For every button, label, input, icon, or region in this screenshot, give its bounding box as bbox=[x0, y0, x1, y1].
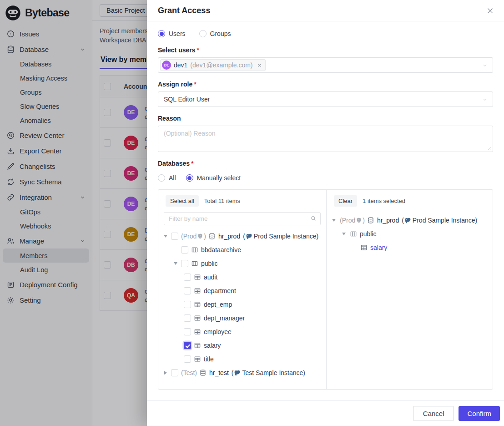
caret-down-icon[interactable] bbox=[162, 235, 169, 238]
caret-down-icon[interactable] bbox=[172, 262, 179, 265]
table-icon bbox=[194, 301, 201, 308]
node-checkbox[interactable] bbox=[171, 369, 178, 376]
node-checkbox[interactable] bbox=[184, 355, 191, 363]
chevron-down-icon bbox=[482, 63, 488, 68]
modal-footer: Cancel Confirm bbox=[147, 401, 504, 426]
tree-node-schema[interactable]: bbdataarchive bbox=[158, 243, 326, 257]
node-checkbox[interactable] bbox=[184, 301, 191, 308]
search-icon bbox=[310, 215, 317, 222]
tree-node-table-selected[interactable]: salary bbox=[327, 241, 493, 254]
node-checkbox[interactable] bbox=[184, 287, 191, 294]
selected-tree: (Prod ) hr_prod ( Prod Sample Instance ) bbox=[327, 211, 493, 254]
select-users-label: Select users* bbox=[158, 46, 493, 54]
avatar: DE bbox=[162, 61, 171, 70]
node-checkbox[interactable] bbox=[171, 233, 178, 240]
tree-node-table[interactable]: audit bbox=[158, 270, 326, 284]
postgresql-icon bbox=[246, 233, 252, 240]
grant-access-modal: Grant Access Users Groups Select users* … bbox=[147, 0, 504, 426]
database-icon bbox=[367, 217, 374, 224]
clear-button[interactable]: Clear bbox=[334, 195, 357, 207]
select-all-button[interactable]: Select all bbox=[166, 195, 199, 207]
resize-handle[interactable] bbox=[487, 146, 492, 151]
tree-node-database[interactable]: (Prod ) hr_prod ( Prod Sample Instance ) bbox=[327, 213, 493, 227]
table-icon bbox=[194, 328, 201, 335]
tree-node-table[interactable]: department bbox=[158, 284, 326, 298]
databases-label: Databases* bbox=[158, 160, 493, 167]
reason-textarea[interactable] bbox=[158, 126, 493, 152]
tree-node-table[interactable]: dept_manager bbox=[158, 311, 326, 325]
table-icon bbox=[194, 342, 201, 349]
selected-user-chip: DE dev1 (dev1@example.com) bbox=[160, 59, 266, 71]
assign-role-value: SQL Editor User bbox=[164, 96, 210, 103]
tree-node-table-selected[interactable]: salary bbox=[158, 339, 326, 352]
radio-all[interactable]: All bbox=[158, 174, 176, 182]
source-tree: (Prod ) hr_prod ( Prod Sample Instance ) bbox=[158, 225, 326, 380]
database-icon bbox=[199, 369, 207, 376]
postgresql-icon bbox=[234, 370, 241, 376]
filter-input[interactable] bbox=[164, 212, 321, 225]
reason-field-container bbox=[158, 126, 493, 152]
caret-right-icon[interactable] bbox=[162, 371, 169, 375]
modal-title: Grant Access bbox=[158, 6, 210, 15]
table-icon bbox=[194, 274, 201, 281]
radio-groups[interactable]: Groups bbox=[199, 30, 231, 37]
table-icon bbox=[194, 355, 201, 363]
select-users-input[interactable]: DE dev1 (dev1@example.com) bbox=[158, 57, 493, 73]
database-transfer-panel: Select all Total 11 items (Prod bbox=[158, 189, 493, 390]
tree-node-table[interactable]: employee bbox=[158, 325, 326, 339]
node-checkbox[interactable] bbox=[184, 314, 191, 322]
chevron-down-icon bbox=[482, 97, 488, 102]
table-icon bbox=[194, 287, 201, 294]
member-type-radio-group: Users Groups bbox=[158, 29, 493, 39]
source-panel: Select all Total 11 items (Prod bbox=[158, 190, 326, 389]
caret-down-icon[interactable] bbox=[340, 233, 348, 235]
confirm-button[interactable]: Confirm bbox=[459, 406, 500, 421]
table-icon bbox=[194, 314, 201, 322]
database-icon bbox=[208, 233, 216, 240]
schema-icon bbox=[191, 246, 198, 254]
cancel-button[interactable]: Cancel bbox=[413, 406, 454, 421]
tree-node-schema[interactable]: public bbox=[327, 227, 493, 241]
radio-users[interactable]: Users bbox=[158, 30, 186, 37]
total-items-label: Total 11 items bbox=[204, 198, 240, 204]
selected-panel: Clear 1 items selected (Prod ) hr_prod ( bbox=[326, 190, 493, 389]
node-checkbox[interactable] bbox=[181, 246, 188, 254]
node-checkbox[interactable] bbox=[184, 328, 191, 335]
remove-user-icon[interactable] bbox=[257, 63, 262, 68]
radio-all-control[interactable] bbox=[158, 174, 165, 182]
tree-node-table[interactable]: dept_emp bbox=[158, 298, 326, 311]
tree-node-schema[interactable]: public bbox=[158, 257, 326, 270]
radio-groups-control[interactable] bbox=[199, 30, 207, 37]
reason-label: Reason bbox=[158, 115, 493, 122]
environment-shield-icon bbox=[197, 233, 203, 239]
assign-role-select[interactable]: SQL Editor User bbox=[158, 91, 493, 107]
radio-manually-select[interactable]: Manually select bbox=[186, 174, 241, 182]
tree-node-table[interactable]: title bbox=[158, 352, 326, 366]
node-checkbox[interactable] bbox=[184, 274, 191, 281]
radio-manually-select-control[interactable] bbox=[186, 174, 193, 182]
node-checkbox[interactable] bbox=[181, 260, 188, 267]
database-scope-radio-group: All Manually select bbox=[158, 173, 493, 183]
postgresql-icon bbox=[404, 217, 411, 224]
tree-node-database[interactable]: (Test) hr_test ( Test Sample Instance ) bbox=[158, 366, 326, 380]
assign-role-label: Assign role* bbox=[158, 81, 493, 88]
filter-container bbox=[164, 212, 321, 225]
tree-node-database[interactable]: (Prod ) hr_prod ( Prod Sample Instance ) bbox=[158, 229, 326, 243]
table-icon bbox=[360, 244, 368, 251]
node-checkbox-checked[interactable] bbox=[184, 342, 191, 349]
close-icon[interactable] bbox=[486, 7, 494, 15]
radio-users-control[interactable] bbox=[158, 30, 165, 37]
schema-icon bbox=[350, 230, 357, 238]
caret-down-icon[interactable] bbox=[330, 219, 338, 222]
schema-icon bbox=[191, 260, 198, 267]
selected-count-label: 1 items selected bbox=[363, 198, 405, 204]
environment-shield-icon bbox=[356, 217, 362, 223]
